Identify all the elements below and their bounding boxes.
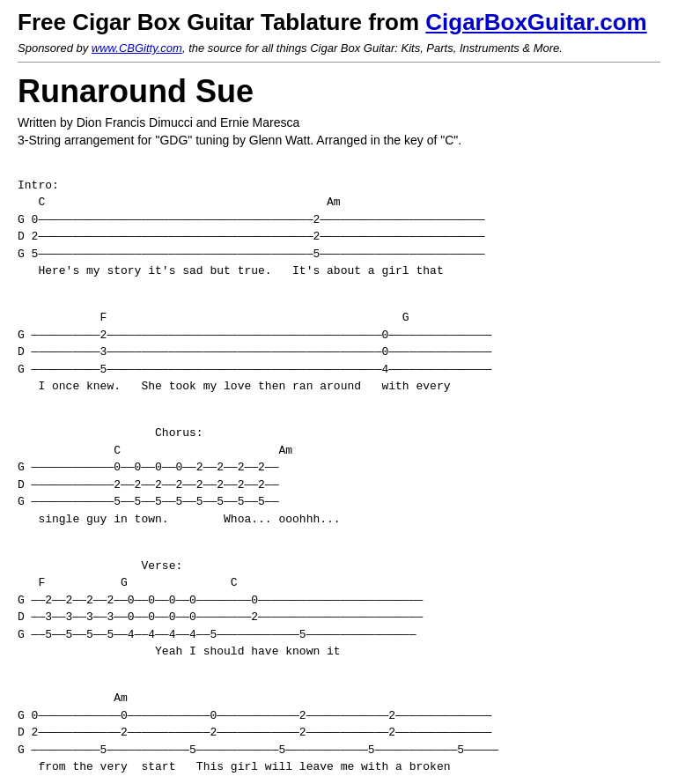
intro-label: Intro: — [18, 179, 59, 192]
tablature-chorus: Chorus: C Am G ————————————0——0——0——0——2… — [18, 408, 660, 529]
song-title: Runaround Sue — [18, 73, 660, 110]
tablature-intro-2: F G G ——————————2———————————————————————… — [18, 292, 660, 396]
verse-label: Verse: — [141, 559, 182, 573]
written-by: Written by Dion Francis Dimucci and Erni… — [18, 115, 660, 129]
page-title: Free Cigar Box Guitar Tablature from Cig… — [18, 9, 660, 36]
sponsored-prefix: Sponsored by — [18, 41, 92, 55]
sponsored-suffix: , the source for all things Cigar Box Gu… — [182, 41, 563, 55]
sponsored-line: Sponsored by www.CBGitty.com, the source… — [18, 41, 660, 55]
tablature-am: Am G 0————————————0————————————0————————… — [18, 673, 660, 776]
tablature-intro: Intro: C Am G 0—————————————————————————… — [18, 159, 660, 280]
divider — [18, 62, 660, 63]
cbgitty-link[interactable]: www.CBGitty.com — [92, 41, 182, 55]
tablature-verse: Verse: F G C G ——2——2——2——2——0——0——0——0—… — [18, 540, 660, 661]
title-plain: Free Cigar Box Guitar Tablature from — [18, 9, 425, 35]
site-link[interactable]: CigarBoxGuitar.com — [425, 9, 646, 35]
arrangement-info: 3-String arrangement for "GDG" tuning by… — [18, 133, 660, 147]
song-info: Runaround Sue Written by Dion Francis Di… — [18, 73, 660, 147]
chorus-label: Chorus: — [155, 426, 203, 440]
header: Free Cigar Box Guitar Tablature from Cig… — [18, 9, 660, 63]
